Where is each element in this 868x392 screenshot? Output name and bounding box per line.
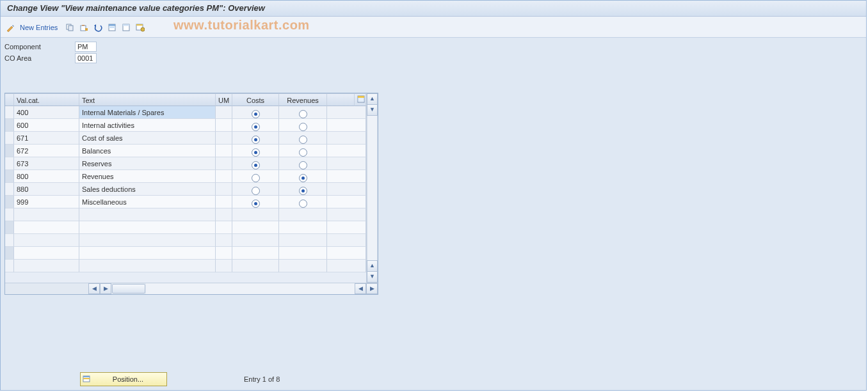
revenues-radio[interactable] <box>279 196 327 208</box>
table-row[interactable]: 671Cost of sales <box>5 132 366 145</box>
text-cell[interactable]: Internal activities <box>79 119 216 132</box>
um-cell[interactable] <box>216 247 232 260</box>
revenues-radio[interactable] <box>279 132 327 145</box>
valcat-cell[interactable] <box>14 234 79 247</box>
costs-radio[interactable] <box>232 247 279 260</box>
row-selector[interactable] <box>5 183 14 196</box>
column-text[interactable]: Text <box>79 93 216 106</box>
valcat-cell[interactable]: 999 <box>14 196 79 208</box>
costs-radio[interactable] <box>232 183 279 196</box>
delete-icon[interactable] <box>78 22 90 33</box>
table-row[interactable]: 400Internal Materials / Spares <box>5 106 366 119</box>
row-selector[interactable] <box>5 145 14 157</box>
column-valcat[interactable]: Val.cat. <box>14 93 79 106</box>
table-row-empty[interactable] <box>5 221 366 234</box>
costs-radio[interactable] <box>232 260 279 272</box>
undo-icon[interactable] <box>92 22 104 33</box>
text-cell[interactable] <box>79 208 216 221</box>
costs-radio[interactable] <box>232 196 279 208</box>
new-entries-button[interactable]: New Entries <box>20 24 58 31</box>
row-selector[interactable] <box>5 234 14 247</box>
um-cell[interactable] <box>216 260 232 272</box>
valcat-cell[interactable]: 671 <box>14 132 79 145</box>
revenues-radio[interactable] <box>279 208 327 221</box>
um-cell[interactable] <box>216 183 232 196</box>
costs-radio[interactable] <box>232 132 279 145</box>
row-selector[interactable] <box>5 170 14 183</box>
row-selector[interactable] <box>5 221 14 234</box>
scroll-down2-icon[interactable]: ▼ <box>367 272 378 283</box>
row-select-header[interactable] <box>5 93 14 106</box>
revenues-radio[interactable] <box>279 170 327 183</box>
scroll-down-icon[interactable]: ▼ <box>367 105 378 116</box>
text-cell[interactable]: Internal Materials / Spares <box>79 106 216 119</box>
table-row-empty[interactable] <box>5 260 366 272</box>
revenues-radio[interactable] <box>279 260 327 272</box>
costs-radio[interactable] <box>232 234 279 247</box>
revenues-radio[interactable] <box>279 234 327 247</box>
valcat-cell[interactable]: 880 <box>14 183 79 196</box>
text-cell[interactable]: Miscellaneous <box>79 196 216 208</box>
costs-radio[interactable] <box>232 170 279 183</box>
deselect-all-icon[interactable] <box>120 22 132 33</box>
costs-radio[interactable] <box>232 157 279 170</box>
scroll-thumb[interactable] <box>112 284 145 294</box>
costs-radio[interactable] <box>232 119 279 132</box>
column-costs[interactable]: Costs <box>232 93 279 106</box>
column-revenues[interactable]: Revenues <box>279 93 327 106</box>
row-selector[interactable] <box>5 196 14 208</box>
valcat-cell[interactable] <box>14 247 79 260</box>
um-cell[interactable] <box>216 208 232 221</box>
toggle-display-icon[interactable] <box>4 22 16 33</box>
scroll-right-icon[interactable]: ▶ <box>100 283 111 294</box>
table-row-empty[interactable] <box>5 208 366 221</box>
scroll-up2-icon[interactable]: ▲ <box>367 260 378 272</box>
revenues-radio[interactable] <box>279 247 327 260</box>
position-button[interactable]: Position... <box>80 372 167 386</box>
um-cell[interactable] <box>216 119 232 132</box>
scroll-left2-icon[interactable]: ◀ <box>355 283 366 294</box>
table-row[interactable]: 800Revenues <box>5 170 366 183</box>
row-selector[interactable] <box>5 119 14 132</box>
um-cell[interactable] <box>216 157 232 170</box>
text-cell[interactable]: Sales deductions <box>79 183 216 196</box>
costs-radio[interactable] <box>232 145 279 157</box>
valcat-cell[interactable] <box>14 208 79 221</box>
scroll-right2-icon[interactable]: ▶ <box>366 283 378 294</box>
table-row[interactable]: 999Miscellaneous <box>5 196 366 208</box>
text-cell[interactable]: Cost of sales <box>79 132 216 145</box>
text-cell[interactable]: Balances <box>79 145 216 157</box>
row-selector[interactable] <box>5 132 14 145</box>
revenues-radio[interactable] <box>279 183 327 196</box>
row-selector[interactable] <box>5 157 14 170</box>
table-row[interactable]: 673Reserves <box>5 157 366 170</box>
um-cell[interactable] <box>216 170 232 183</box>
table-row[interactable]: 880Sales deductions <box>5 183 366 196</box>
um-cell[interactable] <box>216 106 232 119</box>
scroll-left-icon[interactable]: ◀ <box>88 283 100 294</box>
copy-icon[interactable] <box>64 22 76 33</box>
row-selector[interactable] <box>5 208 14 221</box>
column-um[interactable]: UM <box>216 93 232 106</box>
text-cell[interactable] <box>79 247 216 260</box>
valcat-cell[interactable]: 400 <box>14 106 79 119</box>
text-cell[interactable] <box>79 260 216 272</box>
row-selector[interactable] <box>5 106 14 119</box>
revenues-radio[interactable] <box>279 221 327 234</box>
text-cell[interactable] <box>79 234 216 247</box>
costs-radio[interactable] <box>232 106 279 119</box>
valcat-cell[interactable]: 672 <box>14 145 79 157</box>
valcat-cell[interactable]: 600 <box>14 119 79 132</box>
scroll-track[interactable] <box>367 116 378 260</box>
text-cell[interactable]: Reserves <box>79 157 216 170</box>
um-cell[interactable] <box>216 234 232 247</box>
table-row[interactable]: 600Internal activities <box>5 119 366 132</box>
table-row[interactable]: 672Balances <box>5 145 366 157</box>
revenues-radio[interactable] <box>279 145 327 157</box>
um-cell[interactable] <box>216 132 232 145</box>
um-cell[interactable] <box>216 196 232 208</box>
revenues-radio[interactable] <box>279 119 327 132</box>
valcat-cell[interactable] <box>14 221 79 234</box>
um-cell[interactable] <box>216 145 232 157</box>
text-cell[interactable]: Revenues <box>79 170 216 183</box>
